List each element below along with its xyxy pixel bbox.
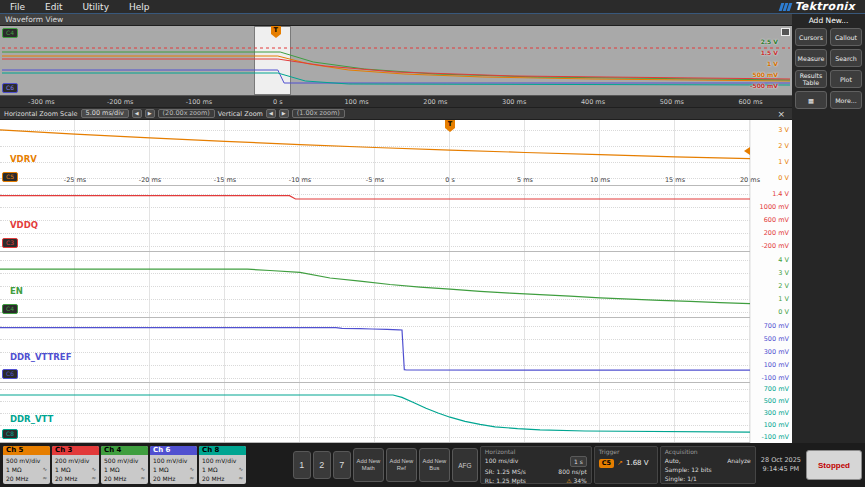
channel-badge-c6[interactable]: C6 (2, 369, 18, 379)
vertical-zoom-increase-button[interactable]: ▶ (279, 109, 289, 118)
overview-channel-badge-top[interactable]: C4 (2, 28, 18, 38)
channel-label-en: EN (10, 286, 23, 296)
channel-badge-c5[interactable]: C5 (2, 172, 18, 182)
channel-bandwidth-row: 20 MHz≈ (55, 474, 96, 483)
sidebar-button-cursors[interactable]: Cursors (795, 28, 827, 46)
channel-scale: 500 mV/div (6, 456, 47, 465)
menu-file[interactable]: File (0, 0, 35, 14)
channel-badge-c8[interactable]: C8 (2, 429, 18, 439)
acquisition-single: Single: 1/1 (665, 474, 697, 483)
axis-label-en: 0 V (778, 308, 789, 316)
zoom-graticule[interactable]: VDRVC5-25 ms-20 ms-15 ms-10 ms-5 ms0 s5 … (0, 120, 792, 443)
channel-badge-ch6[interactable]: Ch 6100 mV/div1 MΩ∿20 MHz≈ (150, 446, 197, 484)
zoom-time-label: -20 ms (135, 176, 165, 184)
sidebar-button-results-table[interactable]: Results Table (795, 70, 827, 88)
channel-band-vdrv[interactable]: VDRVC5-25 ms-20 ms-15 ms-10 ms-5 ms0 s5 … (0, 120, 750, 186)
horizontal-position: 34% (573, 477, 586, 484)
channel-band-vddq[interactable]: VDDQC3 (0, 186, 750, 252)
acquisition-analyze: Analyze (727, 456, 751, 465)
channel-badge-c3[interactable]: C3 (2, 238, 18, 248)
add-new-bus-button[interactable]: Add New Bus (419, 448, 450, 482)
sidebar-button-plot[interactable]: Plot (830, 70, 862, 88)
bandwidth-limit-icon: ≈ (42, 474, 47, 483)
channel-band-en[interactable]: ENC4 (0, 252, 750, 318)
channel-button-7[interactable]: 7 (333, 451, 351, 479)
horizontal-zoom-decrease-button[interactable]: ◀ (132, 109, 142, 118)
zoom-time-label: 15 ms (660, 176, 690, 184)
axis-label-vddq: -200 mV (761, 242, 789, 250)
channel-badge-name: Ch 8 (199, 446, 246, 455)
sidebar-button-measure[interactable]: Measure (795, 49, 827, 67)
overview-time-label: 300 ms (497, 98, 531, 106)
afg-button[interactable]: AFG (452, 448, 478, 482)
add-new-label[interactable]: Add New... (809, 16, 849, 25)
channel-badge-ch5[interactable]: Ch 5500 mV/div1 MΩ∿20 MHz≈ (3, 446, 50, 484)
axis-label-en: 4 V (778, 256, 789, 264)
zoom-time-label: 10 ms (585, 176, 615, 184)
acquisition-panel[interactable]: Acquisition Auto, Analyze Sample: 12 bit… (660, 446, 756, 484)
channel-badge-body: 500 mV/div1 MΩ∿20 MHz≈ (3, 455, 50, 484)
axis-label-en: 2 V (778, 282, 789, 290)
menu-help[interactable]: Help (119, 0, 160, 14)
add-new-ref-button[interactable]: Add New Ref (386, 448, 417, 482)
channel-label-ddr_vtt: DDR_VTT (10, 414, 53, 424)
oscilloscope-app: FileEditUtilityHelp Tektronix Waveform V… (0, 0, 865, 487)
horizontal-zoom-factor: (20.00x zoom) (158, 109, 215, 118)
channel-bandwidth: 20 MHz (153, 474, 175, 483)
vertical-zoom-factor: (1.00x zoom) (292, 109, 345, 118)
channel-band-ddr_vttref[interactable]: DDR_VTTREFC6 (0, 318, 750, 383)
overview-graticule[interactable]: TC4C62.5 V1.5 V1 V500 mV-500 mV (0, 26, 792, 96)
coupling-icon: ∿ (42, 465, 47, 474)
overview-time-label: 500 ms (655, 98, 689, 106)
channel-badge-ch3[interactable]: Ch 3200 mV/div1 MΩ∿20 MHz≈ (52, 446, 99, 484)
overview-time-label: 200 ms (418, 98, 452, 106)
vertical-zoom-decrease-button[interactable]: ◀ (266, 109, 276, 118)
channel-bandwidth: 20 MHz (55, 474, 77, 483)
overview-trigger-marker[interactable]: T (271, 26, 281, 34)
overview-panel-icon[interactable] (781, 28, 790, 36)
bandwidth-limit-icon: ≈ (140, 474, 145, 483)
trigger-level-icon[interactable] (744, 147, 750, 155)
channel-scale: 100 mV/div (153, 456, 194, 465)
channel-badge-ch4[interactable]: Ch 4500 mV/div1 MΩ∿20 MHz≈ (101, 446, 148, 484)
trigger-source-badge: C5 (599, 459, 614, 468)
channel-badge-c4[interactable]: C4 (2, 304, 18, 314)
record-length: RL: 1.25 Mpts (485, 476, 526, 485)
axis-label-vddq: 200 mV (764, 229, 789, 237)
menu-utility[interactable]: Utility (73, 0, 119, 14)
channel-badge-name: Ch 4 (101, 446, 148, 455)
zoom-trigger-marker[interactable]: T (445, 120, 455, 128)
add-new-math-button[interactable]: Add New Math (353, 448, 384, 482)
sidebar-button-more[interactable]: More... (830, 91, 862, 109)
channel-badge-name: Ch 5 (3, 446, 50, 455)
overview-traces (2, 26, 790, 96)
channel-label-vddq: VDDQ (10, 220, 38, 230)
zoom-plot-grid[interactable]: VDRVC5-25 ms-20 ms-15 ms-10 ms-5 ms0 s5 … (0, 120, 750, 443)
zoom-time-label: -15 ms (210, 176, 240, 184)
trigger-panel[interactable]: Trigger C5 ↗ 1.68 V (594, 446, 658, 484)
channel-button-2[interactable]: 2 (313, 451, 331, 479)
horizontal-zoom-scale-value[interactable]: 5.00 ms/div (81, 109, 129, 118)
channel-button-1[interactable]: 1 (293, 451, 311, 479)
run-stop-button[interactable]: Stopped (806, 450, 862, 480)
channel-bandwidth-row: 20 MHz≈ (104, 474, 145, 483)
axis-label-ddr_vtt: 100 mV (764, 421, 789, 429)
trigger-level: 1.68 V (626, 459, 649, 468)
menu-edit[interactable]: Edit (35, 0, 72, 14)
trace-ddr_vtt (0, 383, 750, 443)
axis-label-ddr_vtt: 300 mV (764, 409, 789, 417)
channel-band-ddr_vtt[interactable]: DDR_VTTC8 (0, 383, 750, 443)
sidebar-button-search[interactable]: Search (830, 49, 862, 67)
acquisition-mode: Auto, (665, 456, 681, 465)
horizontal-duration[interactable]: 1 s (570, 456, 587, 467)
tektronix-logo-icon (780, 3, 791, 11)
horizontal-zoom-increase-button[interactable]: ▶ (145, 109, 155, 118)
sidebar-button-callout[interactable]: Callout (830, 28, 862, 46)
horizontal-panel[interactable]: Horizontal 100 ms/div 1 s SR: 1.25 MS/s … (480, 446, 592, 484)
channel-impedance-row: 1 MΩ∿ (104, 465, 145, 474)
overview-time-label: -100 ms (182, 98, 216, 106)
sidebar-button-zoom-grid[interactable]: ▦ (795, 91, 827, 109)
overview-channel-badge-bottom[interactable]: C6 (2, 83, 18, 93)
channel-badge-ch8[interactable]: Ch 8100 mV/div1 MΩ∿20 MHz≈ (199, 446, 246, 484)
zoom-close-icon[interactable]: × (774, 109, 788, 119)
